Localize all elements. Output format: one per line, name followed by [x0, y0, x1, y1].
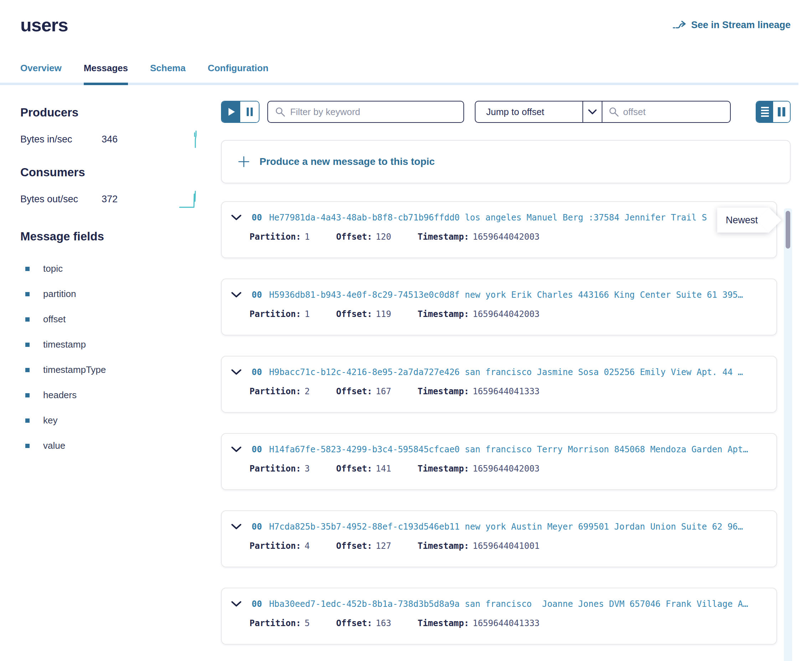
main-panel: Jump to offset	[221, 101, 791, 645]
tab-bar: Overview Messages Schema Configuration	[0, 63, 798, 85]
message-key: 00	[251, 212, 262, 223]
offset-search	[602, 102, 730, 122]
play-button[interactable]	[222, 102, 240, 122]
view-mode-toggle	[756, 101, 791, 123]
bytes-out-label: Bytes out/sec	[20, 194, 102, 205]
keyword-filter-input[interactable]	[290, 107, 456, 118]
tab-overview[interactable]: Overview	[20, 63, 62, 85]
message-key: 00	[251, 522, 262, 532]
offset-field: Offset:127	[336, 541, 391, 551]
field-item-timestamp[interactable]: timestamp	[20, 332, 221, 357]
message-list: 00 He77981da-4a43-48ab-b8f8-cb71b96ffdd0…	[221, 201, 777, 645]
partition-field: Partition:5	[250, 618, 310, 628]
jump-to-offset-select[interactable]: Jump to offset	[476, 102, 583, 122]
message-value-preview: He77981da-4a43-48ab-b8f8-cb71b96ffdd0 lo…	[269, 212, 707, 223]
field-label: partition	[43, 289, 76, 300]
field-label: headers	[43, 390, 77, 401]
chevron-down-icon[interactable]	[583, 102, 602, 122]
offset-field: Offset:119	[336, 309, 391, 319]
expand-chevron-icon[interactable]	[231, 523, 242, 530]
timestamp-field: Timestamp:1659644042003	[417, 309, 539, 319]
message-row[interactable]: 00 Hba30eed7-1edc-452b-8b1a-738d3b5d8a9a…	[221, 588, 777, 645]
search-icon	[275, 107, 285, 117]
search-icon	[609, 107, 619, 117]
partition-field: Partition:1	[250, 232, 310, 242]
produce-message-label: Produce a new message to this topic	[259, 156, 435, 168]
list-view-button[interactable]	[756, 102, 773, 122]
message-row[interactable]: 00 H9bacc71c-b12c-4216-8e95-2a7da727e426…	[221, 356, 777, 413]
stream-lineage-link[interactable]: See in Stream lineage	[673, 19, 791, 30]
keyword-filter	[267, 101, 464, 123]
message-key: 00	[251, 290, 262, 300]
message-key: 00	[251, 444, 262, 455]
expand-chevron-icon[interactable]	[231, 600, 242, 608]
tab-schema[interactable]: Schema	[150, 63, 186, 85]
expand-chevron-icon[interactable]	[231, 214, 242, 221]
content: Producers Bytes in/sec 346 Consumers Byt…	[0, 101, 812, 645]
field-label: key	[43, 415, 58, 426]
field-label: value	[43, 440, 65, 451]
offset-field: Offset:167	[336, 386, 391, 396]
message-fields-heading: Message fields	[20, 230, 221, 243]
tab-configuration[interactable]: Configuration	[208, 63, 268, 85]
offset-field: Offset:141	[336, 464, 391, 474]
field-label: timestamp	[43, 339, 86, 350]
bytes-in-label: Bytes in/sec	[20, 134, 102, 145]
square-bullet-icon	[25, 418, 30, 423]
message-value-preview: H14fa67fe-5823-4299-b3c4-595845cfcae0 sa…	[269, 444, 748, 455]
toolbar: Jump to offset	[221, 101, 791, 123]
scrollbar-track[interactable]	[784, 208, 792, 661]
timestamp-field: Timestamp:1659644041333	[417, 618, 539, 628]
offset-field: Offset:163	[336, 618, 391, 628]
field-item-partition[interactable]: partition	[20, 281, 221, 307]
offset-field: Offset:120	[336, 232, 391, 242]
offset-search-input[interactable]	[623, 107, 724, 118]
pause-button[interactable]	[240, 102, 259, 122]
square-bullet-icon	[25, 267, 30, 271]
message-row[interactable]: 00 H5936db81-b943-4e0f-8c29-74513e0c0d8f…	[221, 278, 777, 335]
message-key: 00	[251, 367, 262, 377]
expand-chevron-icon[interactable]	[231, 291, 242, 299]
message-row[interactable]: 00 He77981da-4a43-48ab-b8f8-cb71b96ffdd0…	[221, 201, 777, 258]
field-item-headers[interactable]: headers	[20, 383, 221, 408]
tab-messages[interactable]: Messages	[84, 63, 128, 85]
square-bullet-icon	[25, 368, 30, 372]
timestamp-field: Timestamp:1659644041333	[417, 386, 539, 396]
field-item-offset[interactable]: offset	[20, 307, 221, 332]
consumers-heading: Consumers	[20, 166, 221, 179]
bytes-in-sparkline	[192, 130, 200, 148]
expand-chevron-icon[interactable]	[231, 446, 242, 453]
message-row[interactable]: 00 H7cda825b-35b7-4952-88ef-c193d546eb11…	[221, 510, 777, 567]
column-view-button[interactable]	[773, 102, 790, 122]
plus-icon	[237, 155, 250, 168]
play-icon	[229, 108, 235, 116]
bytes-out-sparkline	[178, 190, 200, 208]
square-bullet-icon	[25, 343, 30, 347]
newest-tooltip-label: Newest	[726, 215, 758, 226]
bytes-in-value: 346	[102, 134, 118, 145]
field-item-timestampType[interactable]: timestampType	[20, 357, 221, 383]
bytes-out-value: 372	[102, 194, 118, 205]
timestamp-field: Timestamp:1659644042003	[417, 464, 539, 474]
field-item-key[interactable]: key	[20, 408, 221, 433]
field-item-value[interactable]: value	[20, 433, 221, 458]
message-row[interactable]: 00 H14fa67fe-5823-4299-b3c4-595845cfcae0…	[221, 433, 777, 490]
square-bullet-icon	[25, 292, 30, 296]
pause-icon	[251, 107, 253, 116]
partition-field: Partition:2	[250, 386, 310, 396]
timestamp-field: Timestamp:1659644042003	[417, 232, 539, 242]
expand-chevron-icon[interactable]	[231, 369, 242, 376]
sidebar: Producers Bytes in/sec 346 Consumers Byt…	[20, 101, 221, 645]
scrollbar-thumb[interactable]	[785, 210, 791, 249]
field-label: offset	[43, 314, 66, 325]
consumers-stat-row: Bytes out/sec 372	[20, 190, 221, 208]
produce-message-button[interactable]: Produce a new message to this topic	[221, 140, 791, 184]
message-value-preview: Hba30eed7-1edc-452b-8b1a-738d3b5d8a9a sa…	[269, 599, 748, 609]
page-header: users See in Stream lineage	[0, 0, 812, 36]
producers-heading: Producers	[20, 106, 221, 119]
timestamp-field: Timestamp:1659644041001	[417, 541, 539, 551]
producers-stat-row: Bytes in/sec 346	[20, 130, 221, 148]
square-bullet-icon	[25, 393, 30, 398]
message-value-preview: H7cda825b-35b7-4952-88ef-c193d546eb11 ne…	[269, 522, 743, 532]
field-item-topic[interactable]: topic	[20, 256, 221, 281]
